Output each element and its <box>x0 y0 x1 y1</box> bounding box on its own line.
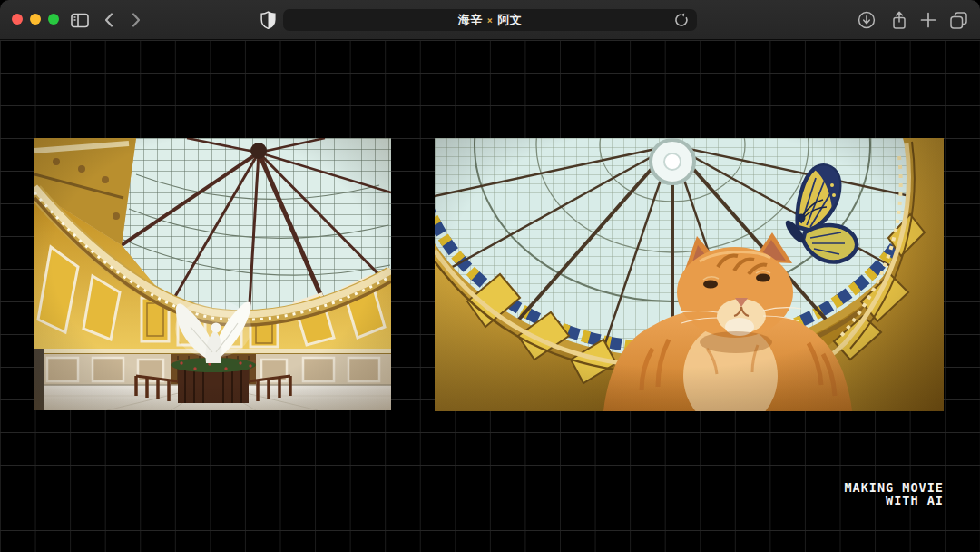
page-content: MAKING MOVIE WITH AI <box>0 40 980 552</box>
share-button[interactable] <box>887 7 912 33</box>
titlebar: 海辛 × 阿文 <box>0 0 980 40</box>
reload-button[interactable] <box>674 13 689 27</box>
page-title-left: 海辛 <box>458 12 483 28</box>
atrium-dome-photo <box>34 138 391 410</box>
caption: MAKING MOVIE WITH AI <box>844 481 944 507</box>
vignette <box>435 138 944 411</box>
privacy-report-button[interactable] <box>255 7 280 33</box>
privacy-shield-icon <box>260 11 276 29</box>
minimize-button[interactable] <box>30 14 41 25</box>
close-button[interactable] <box>12 14 23 25</box>
sidebar-toggle-button[interactable] <box>67 7 93 33</box>
page-title-right: 阿文 <box>497 12 522 28</box>
caption-line-2: WITH AI <box>844 494 944 507</box>
browser-window: 海辛 × 阿文 <box>0 0 980 552</box>
maximize-button[interactable] <box>48 14 59 25</box>
back-button[interactable] <box>96 7 122 33</box>
share-icon <box>891 11 907 30</box>
tab-overview-button[interactable] <box>946 7 971 33</box>
forward-button[interactable] <box>123 7 149 33</box>
new-tab-button[interactable] <box>916 7 941 33</box>
page-title-separator: × <box>483 15 498 25</box>
download-icon <box>858 11 876 29</box>
sidebar-toggle-icon <box>71 13 89 28</box>
downloads-button[interactable] <box>854 7 879 33</box>
chevron-right-icon <box>131 12 142 28</box>
chevron-left-icon <box>103 12 114 28</box>
reload-icon <box>674 13 689 27</box>
address-bar[interactable]: 海辛 × 阿文 <box>283 9 697 31</box>
plus-icon <box>920 12 936 28</box>
tab-overview-icon <box>950 12 967 29</box>
vignette <box>34 138 391 410</box>
caption-line-1: MAKING MOVIE <box>844 481 944 494</box>
cat-butterfly-photo <box>435 138 944 411</box>
